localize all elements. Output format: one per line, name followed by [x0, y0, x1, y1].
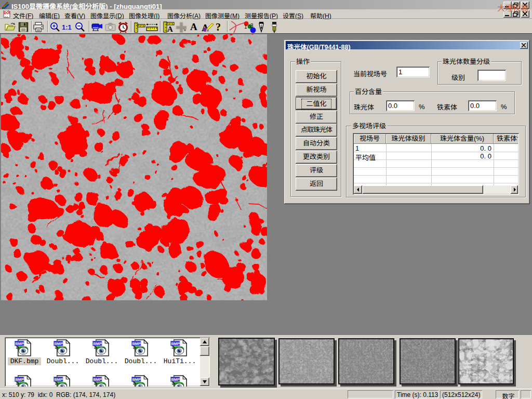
svg-text:1: 1: [244, 24, 247, 30]
svg-text:A: A: [167, 25, 173, 33]
svg-text:3: 3: [250, 23, 254, 29]
svg-text:DOC: DOC: [4, 11, 11, 15]
svg-text:?: ?: [216, 21, 221, 33]
